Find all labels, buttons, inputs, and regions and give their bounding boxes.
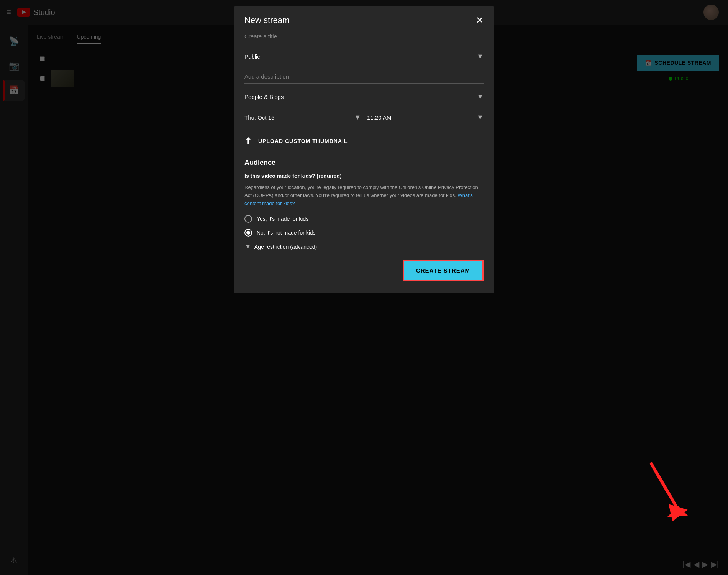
time-chevron-icon: ▼ bbox=[477, 113, 484, 122]
category-chevron-icon: ▼ bbox=[477, 93, 484, 101]
radio-no-circle bbox=[244, 229, 252, 237]
create-stream-container: CREATE STREAM bbox=[234, 260, 494, 281]
radio-no-label: No, it's not made for kids bbox=[257, 230, 316, 236]
date-select[interactable]: Thu, Oct 15 ▼ bbox=[244, 113, 361, 125]
age-chevron-icon: ▼ bbox=[244, 243, 251, 251]
visibility-select[interactable]: Public ▼ bbox=[244, 53, 484, 64]
radio-yes[interactable]: Yes, it's made for kids bbox=[244, 215, 484, 223]
date-value: Thu, Oct 15 bbox=[244, 114, 274, 121]
upload-icon: ⬆ bbox=[244, 136, 252, 146]
audience-description: Regardless of your location, you're lega… bbox=[244, 184, 484, 207]
dialog-header: New stream ✕ bbox=[234, 6, 494, 33]
time-value: 11:20 AM bbox=[367, 114, 391, 121]
visibility-select-value: Public bbox=[244, 53, 260, 60]
title-input[interactable] bbox=[244, 33, 484, 39]
date-chevron-icon: ▼ bbox=[354, 113, 361, 122]
audience-section: Audience Is this video made for kids? (r… bbox=[244, 159, 484, 251]
date-time-row: Thu, Oct 15 ▼ 11:20 AM ▼ bbox=[244, 113, 484, 125]
dialog-title: New stream bbox=[244, 15, 289, 25]
description-field bbox=[244, 73, 484, 84]
upload-thumbnail-label: UPLOAD CUSTOM THUMBNAIL bbox=[258, 138, 348, 144]
title-field bbox=[244, 33, 484, 43]
category-select-value: People & Blogs bbox=[244, 94, 284, 100]
close-button[interactable]: ✕ bbox=[476, 16, 484, 25]
upload-thumbnail-button[interactable]: ⬆ UPLOAD CUSTOM THUMBNAIL bbox=[244, 136, 484, 146]
visibility-chevron-icon: ▼ bbox=[477, 53, 484, 61]
description-input[interactable] bbox=[244, 73, 484, 80]
audience-title: Audience bbox=[244, 159, 484, 167]
age-restriction-toggle[interactable]: ▼ Age restriction (advanced) bbox=[244, 243, 484, 251]
new-stream-dialog: New stream ✕ Public ▼ People & Blogs ▼ T… bbox=[234, 6, 494, 293]
audience-desc-text: Regardless of your location, you're lega… bbox=[244, 184, 478, 198]
dialog-body: Public ▼ People & Blogs ▼ Thu, Oct 15 ▼ … bbox=[234, 33, 494, 251]
radio-no[interactable]: No, it's not made for kids bbox=[244, 229, 484, 237]
age-restriction-label: Age restriction (advanced) bbox=[254, 244, 317, 250]
time-select[interactable]: 11:20 AM ▼ bbox=[367, 113, 484, 125]
audience-question: Is this video made for kids? (required) bbox=[244, 173, 484, 179]
radio-yes-circle bbox=[244, 215, 252, 223]
category-select[interactable]: People & Blogs ▼ bbox=[244, 93, 484, 104]
radio-no-inner bbox=[246, 231, 250, 235]
create-stream-button[interactable]: CREATE STREAM bbox=[403, 260, 484, 281]
radio-yes-label: Yes, it's made for kids bbox=[257, 216, 308, 222]
